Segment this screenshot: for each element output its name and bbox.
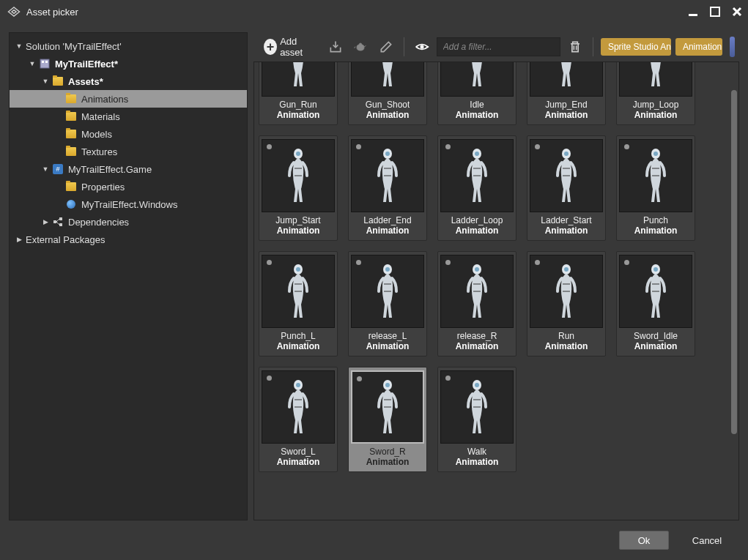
asset-card[interactable]: Jump_End Animation	[527, 61, 606, 125]
import-button[interactable]	[325, 36, 346, 58]
svg-point-26	[564, 152, 569, 156]
asset-type: Animation	[456, 225, 499, 236]
asset-name: Gun_Run	[279, 100, 316, 110]
character-preview	[640, 262, 672, 321]
character-preview	[282, 61, 314, 89]
solution-label: Solution 'MyTrailEffect'	[26, 41, 122, 52]
asset-type: Animation	[277, 457, 320, 467]
asset-card[interactable]: Punch Animation	[616, 135, 695, 241]
status-dot-icon	[356, 260, 361, 265]
tree-dependencies[interactable]: ▶ Dependencies	[10, 213, 247, 231]
tree-project[interactable]: ▼ MyTrailEffect*	[10, 55, 247, 72]
asset-card[interactable]: Jump_Start Animation	[259, 135, 338, 241]
svg-rect-6	[59, 217, 62, 220]
asset-card[interactable]: Idle Animation	[437, 61, 516, 125]
character-preview	[371, 61, 404, 89]
asset-type: Animation	[366, 110, 410, 120]
assets-label: Assets*	[68, 76, 103, 87]
svg-rect-3	[42, 61, 44, 63]
asset-card[interactable]: Punch_L Animation	[259, 251, 338, 356]
close-button[interactable]	[730, 5, 744, 18]
asset-card[interactable]: Sword_Idle Animation	[616, 251, 695, 356]
game-project-label: MyTrailEffect.Game	[68, 164, 152, 175]
filter-chip-animation[interactable]: Animation	[675, 38, 722, 56]
asset-card[interactable]: Ladder_End Animation	[348, 135, 427, 241]
asset-card[interactable]: Sword_L Animation	[259, 367, 338, 472]
tree-textures[interactable]: ▼ Textures	[10, 143, 247, 160]
asset-type: Animation	[456, 457, 499, 467]
status-dot-icon	[267, 376, 272, 381]
asset-thumbnail	[351, 61, 424, 97]
tree-animations[interactable]: ▼ Animations	[10, 90, 247, 108]
maximize-button[interactable]	[708, 5, 722, 18]
asset-card[interactable]: Ladder_Loop Animation	[437, 135, 516, 241]
asset-type: Animation	[366, 225, 410, 236]
asset-card[interactable]: Gun_Run Animation	[259, 61, 338, 125]
asset-card[interactable]: release_R Animation	[437, 251, 516, 356]
asset-type: Animation	[366, 457, 410, 467]
more-filters-button[interactable]	[730, 37, 735, 57]
asset-type: Animation	[545, 225, 588, 236]
asset-card[interactable]: Walk Animation	[437, 367, 516, 472]
asset-thumbnail	[619, 139, 692, 212]
character-preview	[461, 146, 493, 205]
tree-assets[interactable]: ▼ Assets*	[10, 72, 247, 90]
asset-thumbnail	[262, 370, 335, 444]
window-title: Asset picker	[26, 7, 686, 18]
status-dot-icon	[357, 376, 362, 381]
character-preview	[550, 146, 582, 205]
asset-name: Sword_L	[281, 447, 315, 457]
asset-thumbnail	[530, 61, 603, 97]
character-preview	[461, 262, 493, 321]
asset-name: Jump_End	[545, 100, 587, 110]
asset-thumbnail	[619, 61, 692, 97]
asset-card[interactable]: Run Animation	[527, 251, 606, 356]
asset-type: Animation	[634, 341, 678, 351]
cancel-button[interactable]: Cancel	[682, 531, 732, 550]
edit-button[interactable]	[375, 36, 396, 58]
asset-card[interactable]: Gun_Shoot Animation	[348, 61, 427, 125]
view-button[interactable]	[411, 36, 432, 58]
svg-rect-2	[40, 59, 49, 68]
ok-button[interactable]: Ok	[619, 531, 669, 550]
tree-windows-proj[interactable]: ▼ MyTrailEffect.Windows	[10, 195, 247, 213]
folder-icon	[65, 181, 77, 193]
asset-card[interactable]: Ladder_Start Animation	[527, 135, 606, 241]
add-asset-button[interactable]: + Add asset	[258, 36, 321, 58]
character-preview	[461, 378, 493, 436]
tree-game-project[interactable]: ▼ # MyTrailEffect.Game	[10, 160, 247, 178]
materials-label: Materials	[81, 111, 120, 122]
scrollbar[interactable]	[730, 65, 738, 517]
status-dot-icon	[535, 144, 540, 149]
tree-models[interactable]: ▼ Models	[10, 125, 247, 143]
tree-materials[interactable]: ▼ Materials	[10, 108, 247, 125]
asset-thumbnail	[530, 139, 603, 212]
tree-external[interactable]: ▶ External Packages	[10, 231, 247, 248]
dependencies-label: Dependencies	[68, 217, 129, 228]
tree-properties[interactable]: ▼ Properties	[10, 178, 247, 195]
asset-card[interactable]: Jump_Loop Animation	[616, 61, 695, 125]
filter-input[interactable]	[437, 37, 560, 56]
asset-thumbnail	[351, 139, 424, 212]
asset-name: Punch	[643, 215, 668, 225]
asset-name: Idle	[470, 100, 484, 110]
filter-chip-sprite[interactable]: Sprite Studio Ani…	[601, 38, 671, 56]
asset-type: Animation	[634, 225, 678, 236]
scrollbar-thumb[interactable]	[731, 90, 737, 434]
add-asset-label: Add asset	[280, 36, 315, 58]
delete-button[interactable]	[565, 36, 585, 58]
asset-card[interactable]: release_L Animation	[348, 251, 427, 356]
svg-rect-5	[53, 220, 56, 223]
tree-solution[interactable]: ▼ Solution 'MyTrailEffect'	[10, 37, 247, 55]
svg-point-30	[296, 267, 300, 272]
asset-card[interactable]: Sword_R Animation	[348, 367, 427, 472]
asset-name: Punch_L	[281, 331, 315, 341]
status-dot-icon	[356, 144, 361, 149]
character-preview	[550, 61, 582, 89]
solution-tree[interactable]: ▼ Solution 'MyTrailEffect' ▼ MyTrailEffe…	[9, 32, 248, 520]
character-preview	[640, 146, 672, 205]
status-dot-icon	[624, 144, 629, 149]
asset-name: release_L	[369, 331, 407, 341]
minimize-button[interactable]	[686, 5, 700, 18]
teapot-button[interactable]	[350, 36, 371, 58]
